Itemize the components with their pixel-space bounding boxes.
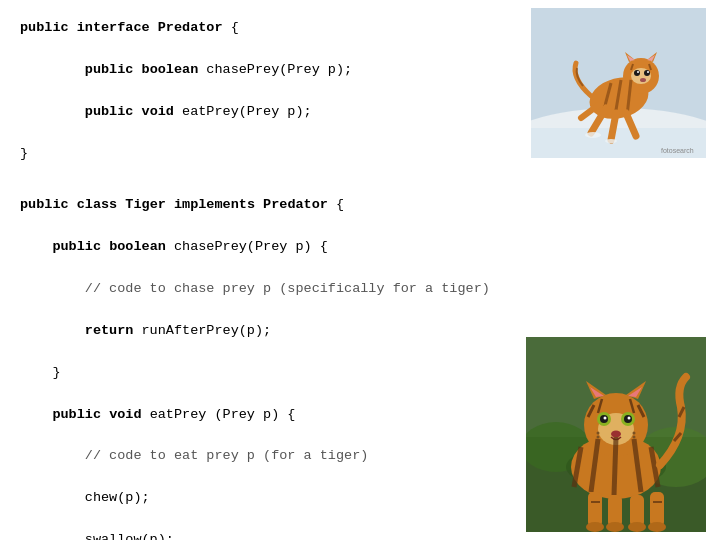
svg-point-68 <box>648 522 666 532</box>
tiger-bottom-svg <box>526 337 706 532</box>
svg-point-40 <box>628 417 631 420</box>
svg-point-13 <box>647 71 649 73</box>
svg-point-43 <box>597 436 600 439</box>
tiger-top-svg: fotosearch <box>531 8 706 158</box>
tiger-top-image: fotosearch <box>531 8 706 158</box>
svg-point-25 <box>605 139 617 143</box>
tiger-bottom-image <box>526 337 706 532</box>
svg-point-65 <box>586 522 604 532</box>
svg-rect-62 <box>650 492 664 527</box>
svg-text:fotosearch: fotosearch <box>661 147 694 154</box>
svg-point-44 <box>633 432 636 435</box>
svg-point-14 <box>640 78 646 82</box>
svg-point-67 <box>628 522 646 532</box>
svg-point-45 <box>633 436 636 439</box>
svg-point-10 <box>634 70 640 76</box>
svg-point-42 <box>597 432 600 435</box>
svg-point-24 <box>585 132 601 138</box>
svg-point-39 <box>604 417 607 420</box>
svg-point-11 <box>644 70 650 76</box>
svg-line-56 <box>614 437 616 495</box>
svg-rect-59 <box>588 492 602 527</box>
svg-line-21 <box>611 113 616 140</box>
svg-point-12 <box>637 71 639 73</box>
svg-point-66 <box>606 522 624 532</box>
svg-point-41 <box>611 431 621 438</box>
